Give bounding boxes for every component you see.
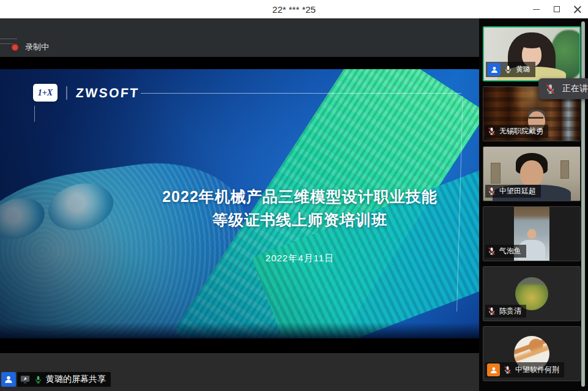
participant-name: 气泡鱼 [499,246,521,256]
participant-name-chip: 陈贵清 [485,305,526,318]
participant-tile-huanglu[interactable]: 黄璐 [483,26,581,81]
recording-label: 录制中 [25,42,49,53]
slide-header-rule [141,93,461,94]
slide-title-line2: 等级证书线上师资培训班 [116,208,479,231]
slide-accent-line [34,106,35,122]
slide-title-line1: 2022年机械产品三维模型设计职业技能 [116,185,479,208]
slide-art-cone [43,177,119,237]
share-label: 黄璐的屏幕共享 [46,374,106,385]
title-bar: 22* *** *25 [0,0,588,18]
participant-tile-qipaoyu[interactable]: 气泡鱼 [483,206,581,261]
participant-name: 中望田廷超 [499,186,536,196]
recording-dot-icon [11,43,19,51]
slide-art-city-band [251,163,479,338]
slide-bottom-fade [0,322,479,338]
toolbar-edge-line [0,39,17,39]
shared-slide: 1+X ZWSOFT 2022年机械产品三维模型设计职业技能 等级证书线上师资培… [0,69,479,338]
screen-share-icon [20,374,31,385]
mic-muted-icon [503,365,512,374]
slide-art-machinery [0,151,262,338]
participants-sidebar: 黄璐 无锡职院戴勇 [479,18,588,391]
minimize-button[interactable] [526,0,546,18]
member-badge-icon [488,63,501,76]
zwsoft-logo: ZWSOFT [75,86,140,100]
meeting-window: 22* *** *25 录制中 1+X ZWS [0,0,588,391]
one-plus-x-logo: 1+X [33,84,58,102]
share-label-box: 黄璐的屏幕共享 [17,372,111,387]
window-title: 22* *** *25 [0,4,588,15]
mic-muted-icon [487,307,496,316]
participant-tile-hejing[interactable]: 中望软件何荆 [483,326,581,381]
speaking-tooltip: 正在讲 [538,78,588,99]
window-controls [526,0,588,18]
participant-name: 中望软件何荆 [515,365,559,375]
recording-indicator[interactable]: 录制中 [11,42,49,53]
mic-muted-icon [487,187,496,196]
maximize-icon [554,6,560,12]
maximize-button[interactable] [546,0,567,18]
speaking-tooltip-label: 正在讲 [562,83,588,94]
mic-muted-icon [487,127,496,136]
mic-muted-icon [487,247,496,256]
participant-name: 黄璐 [516,64,530,75]
slide-date: 2022年4月11日 [116,253,479,264]
person-icon [4,374,13,384]
mic-muted-icon [545,83,556,95]
slide-logo-row: 1+X ZWSOFT [33,84,140,102]
slide-art-vignette [0,69,479,338]
participant-name-chip: 中望田廷超 [485,185,541,198]
participant-name-chip: 黄璐 [486,62,535,77]
slide-right-accent-line [456,96,463,311]
participant-tile-chenguiqing[interactable]: 陈贵清 [483,266,581,321]
slide-art-cone [0,191,50,245]
participant-name-chip: 气泡鱼 [485,245,526,258]
close-icon [574,6,581,13]
screen-share-indicator[interactable]: 黄璐的屏幕共享 [1,372,111,387]
sidebar-scrollbar[interactable] [581,21,585,387]
participant-name-chip: 无锡职院戴勇 [485,125,548,138]
minimize-icon [533,9,540,10]
participant-name: 陈贵清 [499,306,521,316]
slide-art-city-band [173,69,479,338]
main-stage: 录制中 1+X ZWSOFT 2022年机械产品三维模型设计职业技能 等级证书线… [0,18,479,391]
logo-divider [66,86,67,100]
bottom-bar: 黄璐的屏幕共享 [0,353,479,391]
participant-name: 无锡职院戴勇 [499,126,543,136]
participant-tile-tiantingchao[interactable]: 中望田廷超 [483,146,581,201]
mic-on-icon [504,65,513,74]
meeting-toolbar: 录制中 [0,18,479,57]
participant-name-chip: 中望软件何荆 [485,362,564,378]
close-button[interactable] [567,0,588,18]
host-badge-icon [487,363,500,376]
mic-on-icon [34,375,43,384]
sharer-avatar [1,372,16,387]
